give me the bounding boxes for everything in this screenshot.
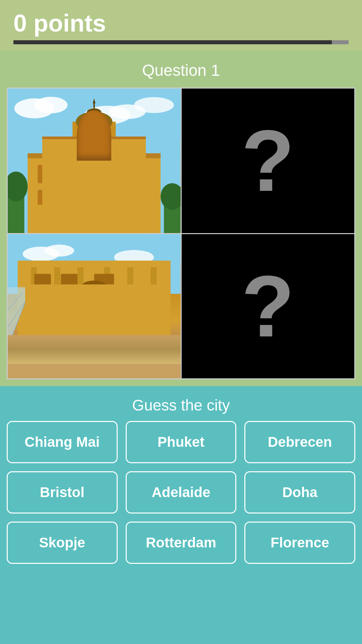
answer-florence[interactable]: Florence bbox=[244, 522, 355, 564]
answer-adelaide[interactable]: Adelaide bbox=[126, 471, 237, 514]
svg-rect-12 bbox=[127, 165, 141, 183]
svg-rect-14 bbox=[58, 190, 71, 205]
svg-rect-48 bbox=[8, 354, 181, 357]
grid-cell-bottom-left bbox=[8, 234, 181, 379]
svg-point-19 bbox=[85, 126, 104, 145]
svg-rect-11 bbox=[107, 165, 121, 183]
svg-rect-9 bbox=[58, 165, 71, 183]
guess-the-city-label: Guess the city bbox=[0, 386, 362, 421]
svg-rect-57 bbox=[72, 324, 80, 350]
svg-point-45 bbox=[81, 280, 107, 294]
svg-rect-15 bbox=[107, 190, 121, 205]
svg-point-58 bbox=[71, 315, 81, 327]
photo-top-left: ⏰ bbox=[8, 89, 181, 233]
svg-point-56 bbox=[58, 319, 67, 329]
svg-rect-34 bbox=[54, 267, 60, 347]
svg-point-5 bbox=[134, 97, 174, 113]
image-grid: ⏰ ? bbox=[7, 88, 355, 379]
svg-line-53 bbox=[39, 329, 48, 334]
answer-debrecen[interactable]: Debrecen bbox=[244, 421, 355, 463]
answer-skopje[interactable]: Skopje bbox=[7, 522, 118, 564]
svg-rect-17 bbox=[72, 122, 116, 158]
svg-rect-13 bbox=[38, 190, 51, 205]
svg-line-59 bbox=[66, 328, 76, 334]
svg-rect-10 bbox=[81, 165, 101, 183]
svg-rect-51 bbox=[44, 325, 52, 350]
svg-point-18 bbox=[76, 112, 112, 131]
svg-rect-41 bbox=[61, 274, 78, 297]
svg-rect-40 bbox=[34, 300, 51, 323]
grid-cell-top-right: ? bbox=[182, 89, 355, 233]
photo-bottom-left bbox=[8, 234, 181, 379]
svg-rect-7 bbox=[27, 153, 161, 158]
svg-rect-8 bbox=[38, 165, 51, 183]
progress-bar bbox=[13, 40, 332, 44]
points-display: 0 points bbox=[13, 9, 349, 37]
hidden-question-mark-bottom: ? bbox=[241, 263, 295, 350]
grid-cell-bottom-right: ? bbox=[182, 234, 355, 379]
svg-rect-44 bbox=[81, 287, 107, 327]
svg-rect-43 bbox=[94, 274, 114, 300]
svg-rect-47 bbox=[8, 347, 181, 351]
answer-phuket[interactable]: Phuket bbox=[126, 421, 237, 463]
question-label: Question 1 bbox=[142, 61, 220, 79]
svg-line-54 bbox=[48, 329, 58, 333]
svg-point-52 bbox=[43, 318, 53, 328]
question-section: Question 1 bbox=[0, 51, 362, 386]
svg-rect-46 bbox=[8, 347, 181, 378]
progress-bar-container bbox=[13, 40, 349, 44]
hidden-question-mark-top: ? bbox=[241, 117, 295, 204]
svg-rect-42 bbox=[61, 300, 78, 323]
svg-rect-55 bbox=[59, 327, 66, 350]
footer-space bbox=[0, 577, 362, 644]
svg-rect-39 bbox=[34, 274, 51, 297]
svg-point-30 bbox=[44, 245, 74, 257]
answer-grid: Chiang Mai Phuket Debrecen Bristol Adela… bbox=[0, 421, 362, 577]
svg-point-2 bbox=[34, 97, 67, 113]
answer-chiang-mai[interactable]: Chiang Mai bbox=[7, 421, 118, 463]
svg-rect-37 bbox=[127, 267, 133, 347]
answer-rotterdam[interactable]: Rotterdam bbox=[126, 522, 237, 564]
header: 0 points bbox=[0, 0, 362, 51]
svg-rect-6 bbox=[27, 155, 161, 233]
svg-text:⏰: ⏰ bbox=[89, 130, 99, 140]
answer-bristol[interactable]: Bristol bbox=[7, 471, 118, 514]
svg-rect-16 bbox=[127, 190, 141, 205]
svg-rect-32 bbox=[18, 260, 171, 347]
svg-point-21 bbox=[87, 108, 102, 116]
svg-rect-35 bbox=[77, 267, 83, 347]
svg-rect-38 bbox=[150, 267, 157, 347]
answer-doha[interactable]: Doha bbox=[244, 471, 355, 514]
grid-cell-top-left: ⏰ bbox=[8, 89, 181, 233]
